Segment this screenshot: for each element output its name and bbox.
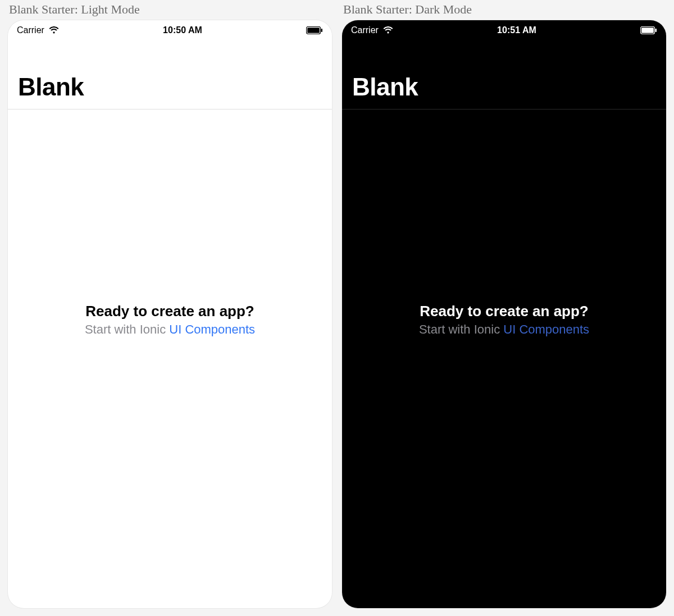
hero-heading: Ready to create an app? [420, 303, 589, 320]
battery-icon [306, 26, 323, 34]
wifi-icon [383, 26, 393, 34]
carrier-label: Carrier [351, 25, 379, 35]
caption-dark: Blank Starter: Dark Mode [342, 0, 666, 20]
phone-frame-light: Carrier 10:50 AM Blank Ready to create a… [8, 20, 332, 608]
wifi-icon [49, 26, 59, 34]
hero-subline: Start with Ionic UI Components [419, 322, 589, 337]
hero-subtext: Start with Ionic [85, 322, 169, 336]
clock-label: 10:50 AM [59, 25, 306, 35]
svg-rect-1 [307, 28, 320, 33]
clock-label: 10:51 AM [393, 25, 640, 35]
nav-collapsed-area [342, 40, 666, 70]
ui-components-link[interactable]: UI Components [503, 322, 589, 336]
phone-frame-dark: Carrier 10:51 AM Blank Ready to create a… [342, 20, 666, 608]
light-column: Blank Starter: Light Mode Carrier 10:50 … [8, 0, 332, 608]
svg-rect-5 [655, 29, 657, 32]
svg-rect-4 [641, 28, 654, 33]
main-content: Ready to create an app? Start with Ionic… [8, 70, 332, 569]
status-bar: Carrier 10:51 AM [342, 20, 666, 40]
caption-light: Blank Starter: Light Mode [8, 0, 332, 20]
nav-collapsed-area [8, 40, 332, 70]
carrier-label: Carrier [17, 25, 44, 35]
hero-heading: Ready to create an app? [85, 303, 254, 320]
svg-rect-2 [321, 29, 323, 32]
hero-subtext: Start with Ionic [419, 322, 503, 336]
battery-icon [640, 26, 657, 34]
main-content: Ready to create an app? Start with Ionic… [342, 70, 666, 569]
ui-components-link[interactable]: UI Components [169, 322, 255, 336]
hero-subline: Start with Ionic UI Components [85, 322, 255, 337]
dark-column: Blank Starter: Dark Mode Carrier 10:51 A… [342, 0, 666, 608]
status-bar: Carrier 10:50 AM [8, 20, 332, 40]
